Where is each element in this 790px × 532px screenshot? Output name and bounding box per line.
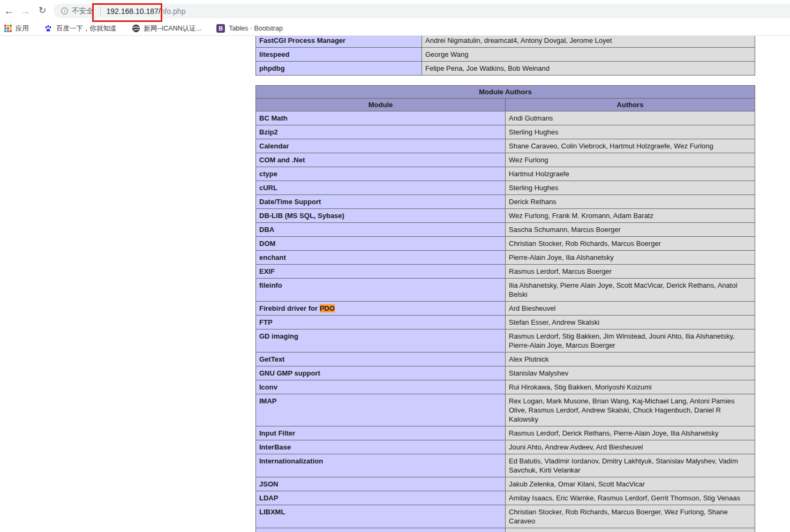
table-row: Multibyte String FunctionsTsukada Takuya… bbox=[256, 528, 755, 532]
chip-divider bbox=[100, 7, 101, 16]
sapi-authors-table: FastCGI Process ManagerAndrei Nigmatulin… bbox=[255, 36, 755, 76]
forward-button[interactable]: → bbox=[18, 4, 32, 18]
authors-cell: Stanislav Malyshev bbox=[506, 366, 755, 380]
table-row: LDAPAmitay Isaacs, Eric Warnke, Rasmus L… bbox=[256, 491, 755, 505]
not-secure-label[interactable]: 不安全 bbox=[72, 6, 94, 16]
module-cell: LDAP bbox=[256, 491, 506, 505]
table-header-row: Module Authors bbox=[256, 99, 755, 111]
table-row: ctypeHartmut Holzgraefe bbox=[256, 167, 755, 181]
authors-cell: Tsukada Takuya, Rui Hirokawa bbox=[506, 528, 755, 532]
authors-cell: Andrei Nigmatulin, dreamcat4, Antony Dov… bbox=[422, 36, 755, 48]
authors-cell: Ilia Alshanetsky, Pierre Alain Joye, Sco… bbox=[506, 279, 755, 302]
find-highlight: PDO bbox=[320, 304, 335, 312]
address-bar[interactable]: i 不安全 192.168.10.187/nfo.php bbox=[54, 4, 790, 18]
info-icon[interactable]: i bbox=[61, 8, 68, 14]
module-cell: fileinfo bbox=[256, 279, 506, 302]
table-row: IMAPRex Logan, Mark Musone, Brian Wang, … bbox=[256, 394, 755, 426]
table-row: phpdbgFelipe Pena, Joe Watkins, Bob Wein… bbox=[256, 62, 755, 76]
table-row: FastCGI Process ManagerAndrei Nigmatulin… bbox=[256, 36, 755, 48]
authors-cell: Hartmut Holzgraefe bbox=[506, 167, 755, 181]
authors-cell: Rui Hirokawa, Stig Bakken, Moriyoshi Koi… bbox=[506, 380, 755, 394]
bookmark-apps[interactable]: 应用 bbox=[4, 24, 29, 33]
bookmark-label: 百度一下，你就知道 bbox=[56, 24, 117, 33]
table-row: Date/Time SupportDerick Rethans bbox=[256, 195, 755, 209]
module-cell: InterBase bbox=[256, 440, 506, 454]
table-title-row: Module Authors bbox=[256, 86, 755, 99]
table-row: Bzip2Sterling Hughes bbox=[256, 125, 755, 139]
authors-cell: Rasmus Lerdorf, Marcus Boerger bbox=[506, 265, 755, 279]
bookmark-label: 应用 bbox=[16, 24, 29, 33]
module-cell: DB-LIB (MS SQL, Sybase) bbox=[256, 209, 506, 223]
module-cell: Multibyte String Functions bbox=[256, 528, 506, 532]
bootstrap-icon: B bbox=[216, 24, 225, 33]
module-cell: IMAP bbox=[256, 394, 506, 426]
module-authors-table: Module Authors Module Authors BC MathAnd… bbox=[255, 85, 755, 532]
bookmark-xinnet[interactable]: 新网--ICANN认证... bbox=[132, 24, 202, 33]
module-cell: FTP bbox=[256, 316, 506, 329]
module-cell: Input Filter bbox=[256, 426, 506, 440]
module-cell: enchant bbox=[256, 251, 506, 265]
authors-cell: Sterling Hughes bbox=[506, 181, 755, 195]
table-row: fileinfoIlia Alshanetsky, Pierre Alain J… bbox=[256, 279, 755, 302]
authors-cell: Christian Stocker, Rob Richards, Marcus … bbox=[506, 505, 755, 528]
table-row: LIBXMLChristian Stocker, Rob Richards, M… bbox=[256, 505, 755, 528]
authors-cell: Stefan Esser, Andrew Skalski bbox=[506, 316, 755, 329]
apps-grid-icon bbox=[4, 25, 12, 32]
module-cell: DBA bbox=[256, 223, 506, 237]
module-cell: Iconv bbox=[256, 380, 506, 394]
authors-cell: Felipe Pena, Joe Watkins, Bob Weinand bbox=[422, 62, 755, 76]
authors-cell: Rasmus Lerdorf, Stig Bakken, Jim Winstea… bbox=[506, 329, 755, 353]
module-cell: DOM bbox=[256, 237, 506, 251]
module-cell: Calendar bbox=[256, 139, 506, 153]
page-content: FastCGI Process ManagerAndrei Nigmatulin… bbox=[0, 36, 790, 532]
module-cell: EXIF bbox=[256, 265, 506, 279]
table-row: InterBaseJouni Ahto, Andrew Avdeev, Ard … bbox=[256, 440, 755, 454]
module-cell: phpdbg bbox=[256, 62, 422, 76]
table-row: Firebird driver for PDOArd Biesheuvel bbox=[256, 302, 755, 316]
back-button[interactable]: ← bbox=[2, 4, 16, 18]
url-text[interactable]: 192.168.10.187/nfo.php bbox=[107, 7, 186, 16]
module-cell: FastCGI Process Manager bbox=[256, 36, 422, 48]
table-row: EXIFRasmus Lerdorf, Marcus Boerger bbox=[256, 265, 755, 279]
url-domain: 192.168.10.187/ bbox=[107, 7, 161, 16]
module-cell: litespeed bbox=[256, 48, 422, 62]
module-cell: cURL bbox=[256, 181, 506, 195]
authors-cell: Pierre-Alain Joye, Ilia Alshanetsky bbox=[506, 251, 755, 265]
column-header-authors: Authors bbox=[506, 99, 755, 111]
bookmark-bootstrap[interactable]: B Tables · Bootstrap bbox=[216, 24, 283, 33]
phpinfo-tables: FastCGI Process ManagerAndrei Nigmatulin… bbox=[255, 36, 755, 532]
module-cell: GetText bbox=[256, 353, 506, 366]
authors-cell: Christian Stocker, Rob Richards, Marcus … bbox=[506, 237, 755, 251]
module-cell: LIBXML bbox=[256, 505, 506, 528]
table-row: BC MathAndi Gutmans bbox=[256, 111, 755, 125]
table-row: IconvRui Hirokawa, Stig Bakken, Moriyosh… bbox=[256, 380, 755, 394]
bookmarks-bar: 应用 百度一下，你就知道 新网--ICANN认证... B Tables · B… bbox=[0, 21, 790, 36]
table-row: InternationalizationEd Batutis, Vladimir… bbox=[256, 454, 755, 477]
authors-cell: Sterling Hughes bbox=[506, 125, 755, 139]
authors-cell: Rex Logan, Mark Musone, Brian Wang, Kaj-… bbox=[506, 394, 755, 426]
table-row: COM and .NetWez Furlong bbox=[256, 153, 755, 167]
module-cell: COM and .Net bbox=[256, 153, 506, 167]
bookmark-label: Tables · Bootstrap bbox=[229, 25, 283, 32]
authors-cell: Andi Gutmans bbox=[506, 111, 755, 125]
module-cell: BC Math bbox=[256, 111, 506, 125]
globe-icon bbox=[132, 24, 140, 33]
table-row: DBASascha Schumann, Marcus Boerger bbox=[256, 223, 755, 237]
reload-button[interactable]: ↻ bbox=[35, 4, 49, 18]
module-cell: ctype bbox=[256, 167, 506, 181]
authors-cell: Jakub Zelenka, Omar Kilani, Scott MacVic… bbox=[506, 477, 755, 491]
module-cell: Internationalization bbox=[256, 454, 506, 477]
column-header-module: Module bbox=[256, 99, 506, 111]
table-row: FTPStefan Esser, Andrew Skalski bbox=[256, 316, 755, 329]
table-row: DOMChristian Stocker, Rob Richards, Marc… bbox=[256, 237, 755, 251]
table-row: DB-LIB (MS SQL, Sybase)Wez Furlong, Fran… bbox=[256, 209, 755, 223]
table-row: cURLSterling Hughes bbox=[256, 181, 755, 195]
authors-cell: Alex Plotnick bbox=[506, 353, 755, 366]
authors-cell: Derick Rethans bbox=[506, 195, 755, 209]
module-cell: Date/Time Support bbox=[256, 195, 506, 209]
bookmark-baidu[interactable]: 百度一下，你就知道 bbox=[44, 24, 117, 33]
table-row: enchantPierre-Alain Joye, Ilia Alshanets… bbox=[256, 251, 755, 265]
authors-cell: Rasmus Lerdorf, Derick Rethans, Pierre-A… bbox=[506, 426, 755, 440]
table-row: CalendarShane Caraveo, Colin Viebrock, H… bbox=[256, 139, 755, 153]
table-row: GetTextAlex Plotnick bbox=[256, 353, 755, 366]
